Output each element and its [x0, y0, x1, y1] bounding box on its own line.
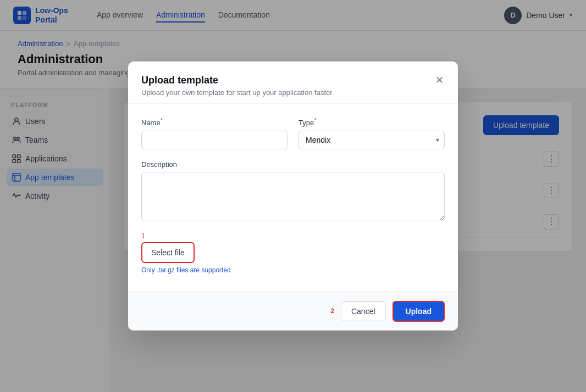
type-required: * [314, 117, 316, 124]
name-input[interactable] [141, 131, 288, 149]
modal-close-button[interactable]: ✕ [432, 72, 447, 88]
description-textarea[interactable] [141, 172, 445, 221]
select-file-button[interactable]: Select file [141, 242, 195, 263]
type-select[interactable]: Mendix React Angular Vue [298, 131, 445, 149]
modal-body: Name* Type* Mendix React Angular Vue [128, 104, 458, 291]
form-group-name: Name* [141, 117, 288, 149]
modal-footer: 2 Cancel Upload [128, 292, 458, 331]
upload-button[interactable]: Upload [392, 301, 445, 322]
description-label: Description [141, 160, 445, 169]
form-row-name-type: Name* Type* Mendix React Angular Vue [141, 117, 445, 149]
modal-subtitle: Upload your own template for start up yo… [141, 88, 445, 97]
step1-number: 1 [141, 232, 445, 240]
file-section: 1 Select file Only .tar.gz files are sup… [141, 232, 445, 274]
modal-title: Upload template [141, 75, 445, 86]
file-hint: Only .tar.gz files are supported [141, 266, 445, 274]
form-group-description: Description [141, 160, 445, 221]
cancel-button[interactable]: Cancel [341, 301, 386, 321]
modal-overlay[interactable]: Upload template Upload your own template… [0, 0, 586, 392]
type-select-wrap: Mendix React Angular Vue ▾ [298, 131, 445, 149]
modal-header: Upload template Upload your own template… [128, 61, 458, 104]
type-label: Type* [298, 117, 445, 127]
step2-number: 2 [331, 307, 334, 314]
name-required: * [161, 117, 163, 124]
form-group-type: Type* Mendix React Angular Vue ▾ [298, 117, 445, 149]
name-label: Name* [141, 117, 288, 127]
upload-template-modal: Upload template Upload your own template… [128, 61, 458, 330]
